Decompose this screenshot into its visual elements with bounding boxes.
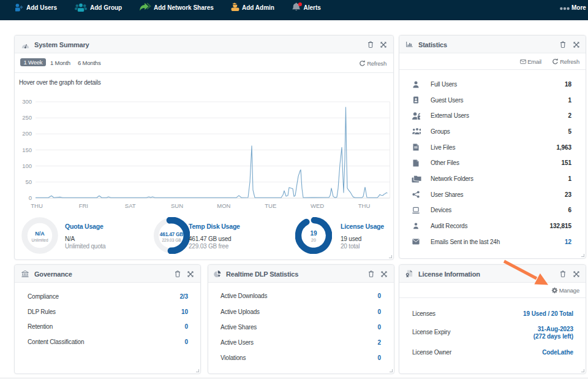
svg-text:THU: THU xyxy=(358,202,371,209)
svg-text:250: 250 xyxy=(22,114,32,121)
svg-text:0: 0 xyxy=(29,194,32,201)
svg-text:Unlimited: Unlimited xyxy=(31,238,48,242)
svg-text:FRI: FRI xyxy=(79,202,88,209)
svg-text:150: 150 xyxy=(22,147,32,153)
svg-text:200: 200 xyxy=(22,130,32,137)
svg-text:19: 19 xyxy=(310,230,317,237)
svg-text:TUE: TUE xyxy=(265,202,276,209)
svg-text:461.47 GB: 461.47 GB xyxy=(160,231,184,237)
svg-text:229.03 GB: 229.03 GB xyxy=(162,238,181,242)
svg-text:20: 20 xyxy=(311,238,316,242)
svg-text:THU: THU xyxy=(31,202,43,209)
svg-text:SUN: SUN xyxy=(171,202,183,209)
svg-text:SAT: SAT xyxy=(125,202,136,209)
svg-text:100: 100 xyxy=(22,163,32,169)
svg-text:MON: MON xyxy=(217,202,230,209)
svg-text:WED: WED xyxy=(311,202,324,209)
svg-text:300: 300 xyxy=(22,98,32,105)
svg-text:N/A: N/A xyxy=(35,231,45,237)
svg-text:50: 50 xyxy=(25,178,32,185)
